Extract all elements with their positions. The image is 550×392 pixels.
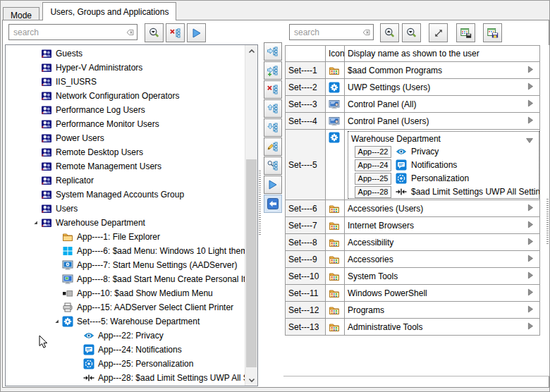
table-row[interactable]: Set---13Administrative Tools bbox=[286, 319, 540, 336]
left-search-clear-button[interactable] bbox=[123, 26, 135, 39]
tree-item[interactable]: Power Users bbox=[6, 131, 245, 145]
programs-folder-icon bbox=[329, 254, 344, 265]
expand-arrow-right-icon[interactable] bbox=[525, 287, 535, 299]
tree-item[interactable]: App---10: $aad Show Medium Menu bbox=[6, 286, 245, 300]
eye-icon bbox=[83, 330, 94, 341]
expand-arrow-right-icon[interactable] bbox=[525, 81, 535, 93]
tree-item[interactable]: App---24: Notifications bbox=[6, 343, 245, 357]
tree-item-label: System Managed Accounts Group bbox=[56, 190, 184, 200]
search-options-button[interactable] bbox=[145, 23, 164, 42]
tree-item-label: App---15: AADServer Select Client Printe… bbox=[77, 302, 233, 312]
expand-arrow-right-icon[interactable] bbox=[525, 270, 535, 282]
table-row[interactable]: Set----1$aad Common Programs bbox=[286, 62, 540, 79]
node-spacer bbox=[73, 358, 83, 369]
tree-scrollbar[interactable] bbox=[245, 45, 257, 386]
tree-item[interactable]: System Managed Accounts Group bbox=[6, 188, 245, 202]
collapse-all-button[interactable] bbox=[380, 23, 399, 42]
add-node-button[interactable] bbox=[264, 61, 282, 80]
clear-assignments-button[interactable] bbox=[166, 23, 185, 42]
node-expanded-icon[interactable] bbox=[31, 217, 41, 228]
expand-arrow-right-icon[interactable] bbox=[525, 64, 535, 76]
tree-item[interactable]: App----1: File Explorer bbox=[6, 230, 245, 244]
run-button[interactable] bbox=[264, 176, 282, 194]
table-row[interactable]: Set---12Programs bbox=[286, 302, 540, 319]
scroll-down-button[interactable] bbox=[245, 374, 257, 386]
row-name-cell: Internet Browsers bbox=[345, 217, 540, 234]
group-icon bbox=[41, 76, 52, 87]
sub-app-row[interactable]: App---24Notifications bbox=[355, 159, 536, 172]
tree-item[interactable]: Performance Monitor Users bbox=[6, 117, 245, 131]
tab-users-groups-applications[interactable]: Users, Groups and Applications bbox=[42, 2, 176, 20]
sub-app-label: Notifications bbox=[411, 160, 457, 170]
sub-app-row[interactable]: App---22Privacy bbox=[355, 145, 536, 159]
tree-item[interactable]: App---15: AADServer Select Client Printe… bbox=[6, 300, 245, 314]
find-node-button[interactable] bbox=[264, 157, 282, 175]
table-row[interactable]: Set----9Accessories bbox=[286, 251, 540, 268]
tree-item[interactable]: Performance Log Users bbox=[6, 103, 245, 117]
table-row[interactable]: Set----2UWP Settings (Users) bbox=[286, 79, 540, 96]
play-icon bbox=[191, 27, 202, 39]
tree-item[interactable]: Warehouse Department bbox=[6, 216, 245, 230]
row-name-cell: Control Panel (All) bbox=[345, 96, 540, 113]
expand-arrow-right-icon[interactable] bbox=[525, 115, 535, 127]
tree-item[interactable]: Replicator bbox=[6, 173, 245, 188]
move-up-button[interactable] bbox=[264, 99, 282, 118]
node-spacer bbox=[73, 330, 83, 341]
expand-arrow-right-icon[interactable] bbox=[525, 219, 535, 231]
tree-item[interactable]: App----7: Start Menu Settings (AADServer… bbox=[6, 258, 245, 272]
expand-arrow-right-icon[interactable] bbox=[525, 98, 535, 110]
table-row[interactable]: Set---10System Tools bbox=[286, 268, 540, 285]
remove-node-button[interactable] bbox=[264, 80, 282, 99]
table-row[interactable]: Set---11Windows PowerShell bbox=[286, 285, 540, 302]
tree-item-label: Replicator bbox=[56, 176, 94, 185]
right-splitter-grip[interactable] bbox=[546, 199, 549, 244]
tree-item[interactable]: Set----5: Warehouse Department bbox=[6, 314, 245, 329]
node-spacer bbox=[73, 344, 83, 355]
tree-item[interactable]: Hyper-V Administrators bbox=[6, 61, 245, 75]
tree-item[interactable]: IIS_IUSRS bbox=[6, 75, 245, 89]
table-row[interactable]: Set----6Accessories (Users) bbox=[286, 200, 540, 217]
save-table-button[interactable] bbox=[483, 23, 502, 42]
tree-item[interactable]: App---22: Privacy bbox=[6, 329, 245, 343]
move-down-button[interactable] bbox=[264, 118, 282, 137]
table-row[interactable]: Set----7Internet Browsers bbox=[286, 217, 540, 234]
table-row[interactable]: Set----8Accessibility bbox=[286, 234, 540, 251]
left-splitter-grip[interactable] bbox=[259, 171, 261, 235]
tree-item[interactable]: App---25: Personalization bbox=[6, 357, 245, 371]
assign-to-tree-button[interactable] bbox=[264, 42, 282, 61]
tree-item[interactable]: App----8: $aad Start Menu Create Persona… bbox=[6, 272, 245, 286]
right-search-clear-button[interactable] bbox=[359, 26, 372, 39]
expand-arrow-down-icon[interactable] bbox=[525, 135, 534, 147]
tree-item[interactable]: App----6: $aad Menu: Windows 10 Light th… bbox=[6, 244, 245, 258]
node-expanded-icon[interactable] bbox=[52, 316, 62, 327]
right-search-input[interactable] bbox=[293, 27, 359, 38]
row-name-cell: Windows PowerShell bbox=[345, 285, 540, 302]
tree-item[interactable]: Remote Management Users bbox=[6, 159, 245, 173]
scrollbar-thumb[interactable] bbox=[246, 159, 257, 367]
row-name-cell: Administrative Tools bbox=[345, 319, 540, 336]
scroll-up-button[interactable] bbox=[245, 45, 257, 57]
expand-arrow-right-icon[interactable] bbox=[525, 202, 535, 214]
back-button[interactable] bbox=[264, 195, 282, 213]
expand-arrow-right-icon[interactable] bbox=[525, 321, 535, 333]
expand-arrow-right-icon[interactable] bbox=[525, 304, 535, 316]
table-row[interactable]: Set----3Control Panel (All) bbox=[286, 96, 540, 113]
edit-node-button[interactable] bbox=[264, 137, 282, 156]
tree-item[interactable]: Remote Desktop Users bbox=[6, 145, 245, 159]
tree-item[interactable]: App---28: $aad Limit Settings UWP All Se… bbox=[6, 371, 245, 385]
left-search-input[interactable] bbox=[12, 27, 123, 38]
tree-item[interactable]: Users bbox=[6, 202, 245, 216]
sub-app-row[interactable]: App---28$aad Limit Settings UWP All Sett… bbox=[355, 185, 536, 199]
expand-arrow-right-icon[interactable] bbox=[525, 236, 535, 248]
node-spacer bbox=[52, 231, 62, 243]
expand-all-button[interactable] bbox=[402, 23, 421, 42]
table-row[interactable]: Set----4Control Panel (Users) bbox=[286, 113, 540, 130]
sub-app-row[interactable]: App---25Personalization bbox=[355, 172, 536, 185]
tree-item[interactable]: Guests bbox=[6, 47, 245, 61]
tree-item[interactable]: Network Configuration Operators bbox=[6, 89, 245, 103]
table-row[interactable]: Set----5Warehouse DepartmentApp---22Priv… bbox=[286, 130, 540, 200]
expand-arrow-right-icon[interactable] bbox=[525, 253, 535, 265]
run-button[interactable] bbox=[187, 23, 206, 42]
export-table-button[interactable] bbox=[456, 23, 475, 42]
autosize-button[interactable] bbox=[429, 23, 448, 42]
